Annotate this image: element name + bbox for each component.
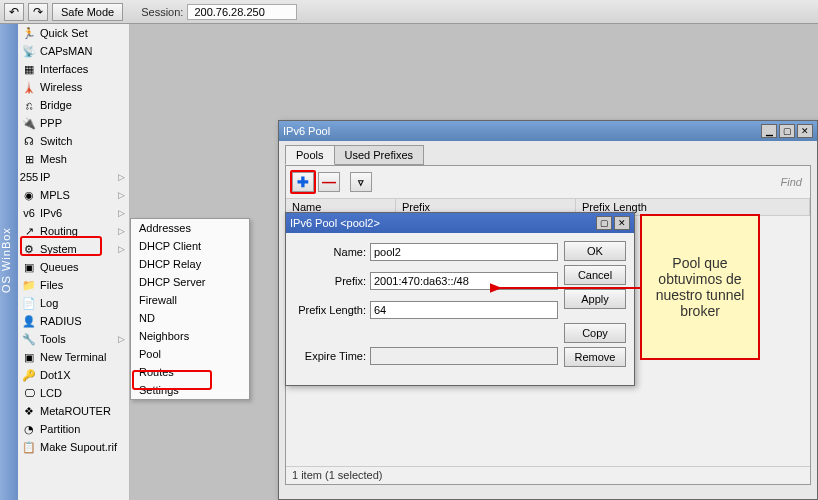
sidebar-item-queues[interactable]: ▣Queues <box>18 258 129 276</box>
sidebar-item-radius[interactable]: 👤RADIUS <box>18 312 129 330</box>
tab-used-prefixes[interactable]: Used Prefixes <box>334 145 424 165</box>
sidebar-item-dot1x[interactable]: 🔑Dot1X <box>18 366 129 384</box>
sidebar-icon: 🔑 <box>22 368 36 382</box>
minimize-button[interactable]: ▁ <box>761 124 777 138</box>
name-label: Name: <box>294 246 370 258</box>
sidebar: 🏃Quick Set📡CAPsMAN▦Interfaces🗼Wireless⎌B… <box>18 24 130 500</box>
sidebar-icon: ⎌ <box>22 98 36 112</box>
redo-button[interactable]: ↷ <box>28 3 48 21</box>
session-ip: 200.76.28.250 <box>187 4 297 20</box>
sidebar-icon: ▣ <box>22 350 36 364</box>
sidebar-icon: ⊞ <box>22 152 36 166</box>
form-fields: Name: Prefix: Prefix Length: Expire Time… <box>294 241 558 367</box>
sidebar-icon: ◔ <box>22 422 36 436</box>
window-titlebar[interactable]: IPv6 Pool ▁ ▢ ✕ <box>279 121 817 141</box>
undo-button[interactable]: ↶ <box>4 3 24 21</box>
add-button[interactable]: ✚ <box>292 172 314 192</box>
chevron-right-icon: ▷ <box>118 208 125 218</box>
sidebar-item-make-supout.rif[interactable]: 📋Make Supout.rif <box>18 438 129 456</box>
submenu-item-settings[interactable]: Settings <box>131 381 249 399</box>
submenu-item-dhcp-server[interactable]: DHCP Server <box>131 273 249 291</box>
remove-button[interactable]: — <box>318 172 340 192</box>
sidebar-item-label: Quick Set <box>40 27 88 39</box>
dialog-titlebar[interactable]: IPv6 Pool <pool2> ▢ ✕ <box>286 213 634 233</box>
safe-mode-button[interactable]: Safe Mode <box>52 3 123 21</box>
sidebar-item-interfaces[interactable]: ▦Interfaces <box>18 60 129 78</box>
sidebar-icon: ↗ <box>22 224 36 238</box>
submenu-item-nd[interactable]: ND <box>131 309 249 327</box>
sidebar-item-label: New Terminal <box>40 351 106 363</box>
sidebar-item-label: Dot1X <box>40 369 71 381</box>
chevron-right-icon: ▷ <box>118 244 125 254</box>
sidebar-item-label: Routing <box>40 225 78 237</box>
filter-icon: ▿ <box>358 176 364 189</box>
window-title: IPv6 Pool <box>283 125 759 137</box>
sidebar-item-mpls[interactable]: ◉MPLS▷ <box>18 186 129 204</box>
sidebar-item-ipv6[interactable]: v6IPv6▷ <box>18 204 129 222</box>
copy-button[interactable]: Copy <box>564 323 626 343</box>
cancel-button[interactable]: Cancel <box>564 265 626 285</box>
remove-pool-button[interactable]: Remove <box>564 347 626 367</box>
ok-button[interactable]: OK <box>564 241 626 261</box>
sidebar-icon: 📁 <box>22 278 36 292</box>
sidebar-item-tools[interactable]: 🔧Tools▷ <box>18 330 129 348</box>
name-input[interactable] <box>370 243 558 261</box>
tab-pools[interactable]: Pools <box>285 145 335 165</box>
sidebar-item-metarouter[interactable]: ❖MetaROUTER <box>18 402 129 420</box>
sidebar-item-lcd[interactable]: 🖵LCD <box>18 384 129 402</box>
submenu-item-pool[interactable]: Pool <box>131 345 249 363</box>
sidebar-item-label: PPP <box>40 117 62 129</box>
submenu-item-addresses[interactable]: Addresses <box>131 219 249 237</box>
close-button[interactable]: ✕ <box>797 124 813 138</box>
expire-time-label: Expire Time: <box>294 350 370 362</box>
sidebar-icon: ⚙ <box>22 242 36 256</box>
sidebar-item-bridge[interactable]: ⎌Bridge <box>18 96 129 114</box>
sidebar-item-ppp[interactable]: 🔌PPP <box>18 114 129 132</box>
tab-bar: Pools Used Prefixes <box>279 141 817 165</box>
sidebar-icon: 🖵 <box>22 386 36 400</box>
submenu-item-firewall[interactable]: Firewall <box>131 291 249 309</box>
sidebar-item-label: MetaROUTER <box>40 405 111 417</box>
maximize-button[interactable]: ▢ <box>779 124 795 138</box>
sidebar-item-partition[interactable]: ◔Partition <box>18 420 129 438</box>
sidebar-item-wireless[interactable]: 🗼Wireless <box>18 78 129 96</box>
submenu-item-dhcp-relay[interactable]: DHCP Relay <box>131 255 249 273</box>
sidebar-item-label: Queues <box>40 261 79 273</box>
sidebar-item-label: MPLS <box>40 189 70 201</box>
dialog-maximize-button[interactable]: ▢ <box>596 216 612 230</box>
sidebar-item-log[interactable]: 📄Log <box>18 294 129 312</box>
sidebar-item-label: Make Supout.rif <box>40 441 117 453</box>
sidebar-icon: 📄 <box>22 296 36 310</box>
sidebar-item-ip[interactable]: 255IP▷ <box>18 168 129 186</box>
expire-time-input[interactable] <box>370 347 558 365</box>
sidebar-item-quick-set[interactable]: 🏃Quick Set <box>18 24 129 42</box>
sidebar-item-label: IP <box>40 171 50 183</box>
chevron-right-icon: ▷ <box>118 334 125 344</box>
annotation-note: Pool que obtuvimos de nuestro tunnel bro… <box>640 214 760 360</box>
sidebar-item-switch[interactable]: ☊Switch <box>18 132 129 150</box>
sidebar-item-label: Wireless <box>40 81 82 93</box>
dialog-close-button[interactable]: ✕ <box>614 216 630 230</box>
sidebar-icon: ▣ <box>22 260 36 274</box>
sidebar-item-capsman[interactable]: 📡CAPsMAN <box>18 42 129 60</box>
prefix-input[interactable] <box>370 272 558 290</box>
sidebar-item-label: Bridge <box>40 99 72 111</box>
prefix-length-input[interactable] <box>370 301 558 319</box>
sidebar-item-label: LCD <box>40 387 62 399</box>
sidebar-item-mesh[interactable]: ⊞Mesh <box>18 150 129 168</box>
submenu-item-dhcp-client[interactable]: DHCP Client <box>131 237 249 255</box>
submenu-item-neighbors[interactable]: Neighbors <box>131 327 249 345</box>
sidebar-item-new-terminal[interactable]: ▣New Terminal <box>18 348 129 366</box>
find-label[interactable]: Find <box>781 176 806 188</box>
button-column: OK Cancel Apply Copy Remove <box>564 241 626 367</box>
prefix-length-label: Prefix Length: <box>294 304 370 316</box>
submenu-item-routes[interactable]: Routes <box>131 363 249 381</box>
sidebar-item-label: Files <box>40 279 63 291</box>
sidebar-icon: 📋 <box>22 440 36 454</box>
sidebar-item-system[interactable]: ⚙System▷ <box>18 240 129 258</box>
sidebar-item-label: Partition <box>40 423 80 435</box>
apply-button[interactable]: Apply <box>564 289 626 309</box>
sidebar-item-files[interactable]: 📁Files <box>18 276 129 294</box>
sidebar-item-routing[interactable]: ↗Routing▷ <box>18 222 129 240</box>
filter-button[interactable]: ▿ <box>350 172 372 192</box>
